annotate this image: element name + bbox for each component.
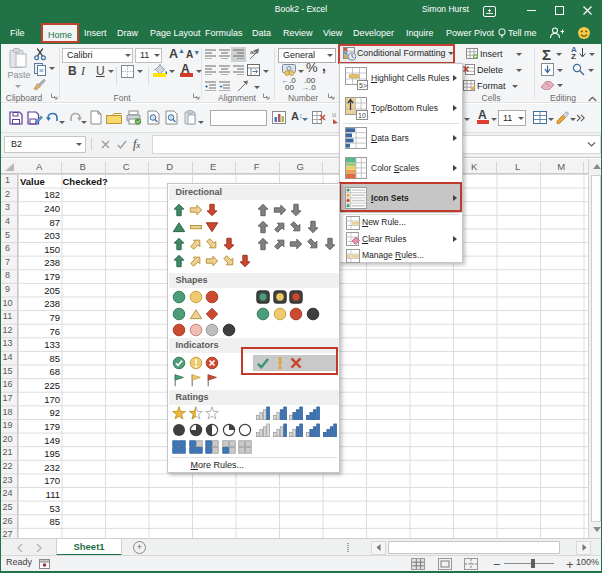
svg-text:ab: ab	[250, 49, 257, 55]
svg-text:5>: 5>	[359, 82, 367, 89]
svg-text:u: u	[332, 111, 336, 118]
svg-text:10: 10	[358, 112, 366, 119]
